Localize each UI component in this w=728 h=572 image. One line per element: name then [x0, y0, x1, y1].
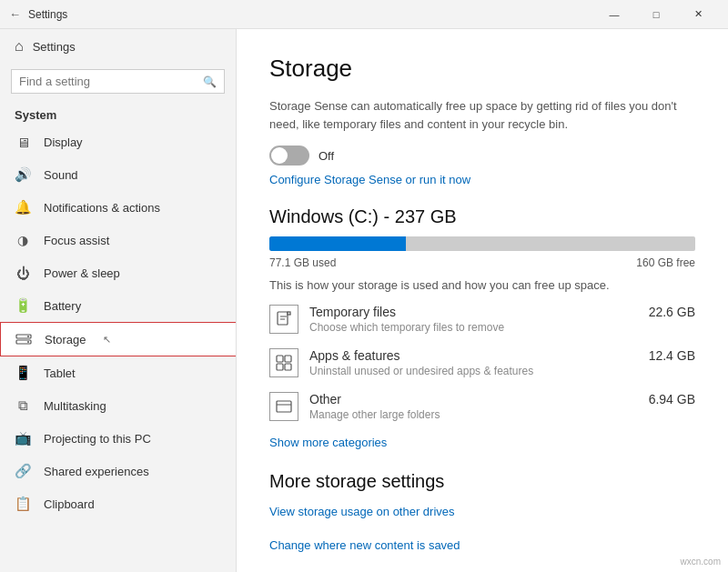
storage-description: Storage Sense can automatically free up …	[269, 97, 695, 133]
svg-rect-9	[285, 356, 291, 362]
sidebar-item-display[interactable]: 🖥 Display	[0, 125, 236, 158]
other-details: Other 6.94 GB Manage other large folders	[309, 392, 695, 421]
temp-files-details: Temporary files 22.6 GB Choose which tem…	[309, 305, 695, 334]
sidebar-item-battery[interactable]: 🔋 Battery	[0, 289, 236, 322]
storage-bar-used	[269, 236, 406, 251]
sidebar-item-tablet-label: Tablet	[44, 366, 76, 380]
other-size: 6.94 GB	[649, 392, 695, 406]
page-title: Storage	[269, 55, 695, 83]
apps-desc: Uninstall unused or undesired apps & fea…	[309, 365, 695, 377]
sidebar-item-notifications[interactable]: 🔔 Notifications & actions	[0, 191, 236, 224]
power-icon: ⏻	[15, 265, 31, 281]
view-storage-link[interactable]: View storage usage on other drives	[269, 505, 695, 518]
other-header: Other 6.94 GB	[309, 392, 695, 406]
more-settings-title: More storage settings	[269, 471, 695, 492]
temp-files-header: Temporary files 22.6 GB	[309, 305, 695, 319]
sidebar-item-shared-label: Shared experiences	[44, 465, 149, 478]
clipboard-icon: 📋	[15, 496, 31, 512]
change-content-link[interactable]: Change where new content is saved	[269, 538, 695, 552]
content-area: Storage Storage Sense can automatically …	[237, 29, 728, 572]
sidebar-item-focus[interactable]: ◑ Focus assist	[0, 224, 236, 256]
search-icon: 🔍	[203, 75, 217, 88]
free-label: 160 GB free	[636, 256, 695, 269]
temp-files-name: Temporary files	[309, 305, 396, 319]
svg-rect-10	[277, 364, 283, 370]
sidebar-item-projecting-label: Projecting to this PC	[44, 432, 151, 446]
focus-icon: ◑	[15, 232, 31, 248]
toggle-label: Off	[318, 149, 334, 163]
storage-item-other[interactable]: Other 6.94 GB Manage other large folders	[269, 392, 695, 421]
minimize-button[interactable]: —	[593, 0, 635, 29]
temp-files-desc: Choose which temporary files to remove	[309, 321, 695, 334]
sidebar-item-notifications-label: Notifications & actions	[44, 201, 160, 215]
sidebar-item-clipboard[interactable]: 📋 Clipboard	[0, 487, 236, 520]
sidebar-item-display-label: Display	[44, 135, 83, 149]
sidebar-item-storage-label: Storage	[45, 333, 86, 346]
sidebar-item-sound[interactable]: 🔊 Sound	[0, 158, 236, 191]
battery-icon: 🔋	[15, 297, 31, 314]
svg-rect-4	[278, 312, 288, 325]
home-icon: ⌂	[15, 38, 24, 55]
display-icon: 🖥	[15, 134, 31, 150]
apps-size: 12.4 GB	[649, 348, 695, 363]
sidebar-home-button[interactable]: ⌂ Settings	[0, 29, 236, 64]
tablet-icon: 📱	[15, 365, 31, 381]
watermark: wxcn.com	[681, 557, 721, 567]
title-bar-left: ← Settings	[9, 7, 67, 21]
sidebar-item-tablet[interactable]: 📱 Tablet	[0, 356, 236, 389]
other-icon	[269, 392, 298, 421]
configure-link[interactable]: Configure Storage Sense or run it now	[269, 173, 695, 186]
search-box: 🔍	[11, 69, 225, 94]
sidebar-item-sound-label: Sound	[44, 168, 78, 182]
sidebar-item-focus-label: Focus assist	[44, 234, 109, 247]
back-icon[interactable]: ←	[9, 7, 21, 21]
window-controls: — □ ✕	[593, 0, 719, 29]
temp-files-icon	[269, 305, 298, 334]
apps-name: Apps & features	[309, 348, 400, 363]
cursor-pointer-indicator: ↖	[103, 334, 111, 346]
search-input[interactable]	[19, 75, 197, 88]
used-label: 77.1 GB used	[269, 256, 336, 269]
sidebar-item-power-label: Power & sleep	[44, 266, 120, 280]
storage-item-apps[interactable]: Apps & features 12.4 GB Uninstall unused…	[269, 348, 695, 377]
sidebar-item-clipboard-label: Clipboard	[44, 497, 95, 511]
notifications-icon: 🔔	[15, 199, 31, 216]
projecting-icon: 📺	[15, 430, 31, 447]
show-more-link[interactable]: Show more categories	[269, 436, 695, 449]
sidebar-item-power[interactable]: ⏻ Power & sleep	[0, 256, 236, 289]
close-button[interactable]: ✕	[677, 0, 719, 29]
title-bar: ← Settings — □ ✕	[0, 0, 728, 29]
sidebar-item-multitasking-label: Multitasking	[44, 399, 106, 413]
storage-bar	[269, 236, 695, 251]
sidebar-home-label: Settings	[33, 40, 76, 54]
storage-sense-toggle[interactable]	[269, 146, 309, 166]
storage-item-temp[interactable]: Temporary files 22.6 GB Choose which tem…	[269, 305, 695, 334]
other-name: Other	[309, 392, 341, 406]
storage-icon	[15, 331, 32, 347]
sidebar-section-label: System	[0, 103, 236, 125]
apps-details: Apps & features 12.4 GB Uninstall unused…	[309, 348, 695, 377]
sidebar: ⌂ Settings 🔍 System 🖥 Display 🔊 Sound 🔔 …	[0, 29, 237, 572]
sidebar-item-projecting[interactable]: 📺 Projecting to this PC	[0, 422, 236, 455]
sound-icon: 🔊	[15, 166, 31, 183]
sidebar-item-multitasking[interactable]: ⧉ Multitasking	[0, 389, 236, 422]
apps-icon	[269, 348, 298, 377]
drive-title: Windows (C:) - 237 GB	[269, 206, 695, 227]
shared-icon: 🔗	[15, 463, 31, 479]
maximize-button[interactable]: □	[635, 0, 677, 29]
svg-rect-8	[277, 356, 283, 362]
sidebar-item-battery-label: Battery	[44, 299, 81, 313]
sidebar-item-shared[interactable]: 🔗 Shared experiences	[0, 455, 236, 487]
bar-labels: 77.1 GB used 160 GB free	[269, 256, 695, 269]
toggle-row: Off	[269, 146, 695, 166]
sidebar-item-storage[interactable]: Storage ↖	[0, 322, 236, 356]
svg-rect-5	[288, 312, 290, 315]
temp-files-size: 22.6 GB	[649, 305, 695, 319]
how-used-text: This is how your storage is used and how…	[269, 278, 695, 292]
window-title: Settings	[28, 8, 67, 21]
svg-point-2	[27, 336, 29, 337]
apps-header: Apps & features 12.4 GB	[309, 348, 695, 363]
svg-point-3	[27, 341, 29, 343]
multitasking-icon: ⧉	[15, 397, 31, 414]
svg-rect-11	[285, 364, 291, 370]
